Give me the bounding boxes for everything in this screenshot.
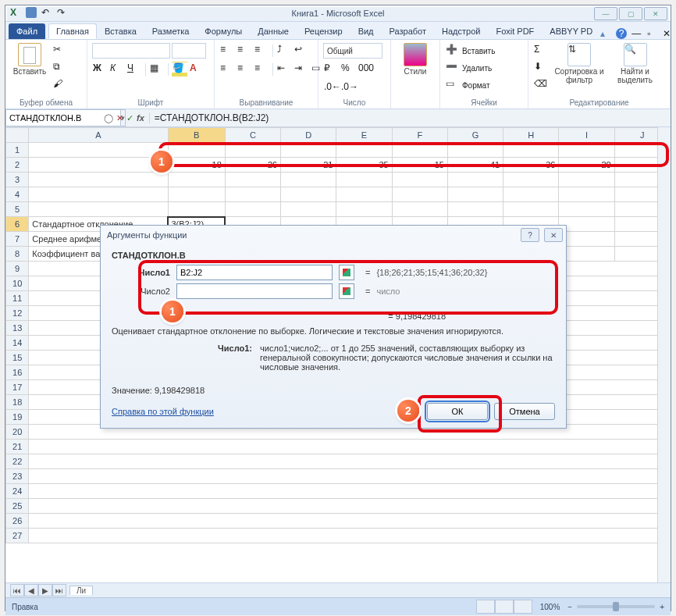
fill-color-icon[interactable]: 🪣 [172,62,187,77]
fill-icon[interactable]: ⬇ [533,60,549,76]
cell-G2[interactable]: 41 [447,158,503,173]
bold-icon[interactable]: Ж [92,62,108,77]
indent-dec-icon[interactable]: ⇤ [276,62,292,77]
tab-file[interactable]: Файл [9,23,45,39]
align-center-icon[interactable]: ≡ [237,62,252,77]
dialog-help-icon[interactable]: ? [521,228,539,242]
arg1-range-select-icon[interactable] [339,265,354,280]
save-icon[interactable] [26,7,37,18]
row-1[interactable]: 1 [6,143,29,158]
tab-developer[interactable]: Разработ [382,23,434,39]
minimize-ribbon-icon[interactable]: ▴ [600,28,611,39]
align-left-icon[interactable]: ≡ [219,62,235,77]
col-E[interactable]: E [336,128,392,143]
cells-format-label[interactable]: Формат [462,81,490,90]
font-family-select[interactable] [92,43,170,59]
sheet-nav-prev-icon[interactable]: ◀ [24,584,38,596]
cells-insert-icon[interactable]: ➕ [445,43,461,59]
indent-inc-icon[interactable]: ⇥ [294,62,309,77]
find-select-button[interactable]: 🔍 Найти и выделить [610,43,660,84]
dialog-help-link[interactable]: Справка по этой функции [112,407,214,416]
help-icon[interactable]: ? [616,28,627,39]
cells-delete-icon[interactable]: ➖ [445,60,461,76]
clear-icon[interactable]: ⌫ [533,77,549,93]
minimize-button[interactable]: — [594,7,617,20]
cancel-formula-icon[interactable]: ✕ [116,113,123,123]
cells-delete-label[interactable]: Удалить [462,64,492,73]
formula-field[interactable]: =СТАНДОТКЛОН.В(B2:J2) [149,112,671,123]
comma-icon[interactable]: 000 [358,62,373,77]
tab-layout[interactable]: Разметка [144,23,197,39]
zoom-out-icon[interactable]: − [567,603,572,611]
cell-H2[interactable]: 36 [503,158,559,173]
align-top-icon[interactable]: ≡ [219,43,235,59]
sort-filter-button[interactable]: ⇅ Сортировка и фильтр [552,43,607,84]
cell-F2[interactable]: 15 [392,158,447,173]
border-icon[interactable]: ▦ [149,62,165,77]
sheet-nav-last-icon[interactable]: ⏭ [52,584,66,596]
sheet-tab-1[interactable]: Ли [69,586,93,595]
redo-icon[interactable]: ↷ [57,7,68,18]
number-format-select[interactable]: Общий [323,43,382,59]
col-A[interactable]: A [29,128,168,143]
sheet-nav-next-icon[interactable]: ▶ [38,584,52,596]
zoom-slider[interactable] [577,605,655,608]
col-C[interactable]: C [225,128,280,143]
align-bot-icon[interactable]: ≡ [254,43,269,59]
styles-button[interactable]: Стили [396,43,435,77]
currency-icon[interactable]: ₽ [323,62,339,77]
orientation-icon[interactable]: ⤴ [276,43,292,59]
align-right-icon[interactable]: ≡ [254,62,269,77]
cancel-button[interactable]: Отмена [494,403,555,420]
view-layout-icon[interactable] [495,600,514,614]
cut-icon[interactable]: ✂ [52,43,68,59]
row-4[interactable]: 4 [6,187,29,202]
arg1-input[interactable] [176,265,333,280]
font-size-select[interactable] [172,43,206,59]
zoom-level[interactable]: 100% [540,603,560,611]
mdi-close-icon[interactable]: ✕ [663,28,674,39]
vertical-scrollbar[interactable] [657,127,671,582]
ok-button[interactable]: ОК [427,403,488,420]
maximize-button[interactable]: ▢ [619,7,642,20]
row-6[interactable]: 6 [6,217,29,232]
selection-icon[interactable]: ◯ [104,113,113,123]
col-D[interactable]: D [281,128,336,143]
cells-format-icon[interactable]: ▭ [445,77,461,93]
tab-review[interactable]: Рецензир [297,23,350,39]
row-3[interactable]: 3 [6,173,29,187]
arg2-range-select-icon[interactable] [339,283,354,299]
enter-formula-icon[interactable]: ✓ [126,113,133,123]
sheet-nav-first-icon[interactable]: ⏮ [10,584,24,596]
tab-home[interactable]: Главная [48,23,97,39]
col-F[interactable]: F [392,128,447,143]
format-painter-icon[interactable]: 🖌 [52,77,68,93]
arg2-input[interactable] [176,283,333,299]
percent-icon[interactable]: % [340,62,356,77]
select-all-cell[interactable] [6,128,29,143]
cell-C2[interactable]: 26 [225,158,280,173]
cell-A2[interactable] [29,158,168,173]
autosum-icon[interactable]: Σ [533,43,549,59]
tab-addins[interactable]: Надстрой [434,23,488,39]
fx-icon[interactable]: fx [137,113,144,123]
row-7[interactable]: 7 [6,232,29,247]
wrap-icon[interactable]: ↩ [294,43,309,59]
col-H[interactable]: H [503,128,559,143]
cell-E2[interactable]: 35 [336,158,392,173]
view-break-icon[interactable] [514,600,532,614]
row-2[interactable]: 2 [6,158,29,173]
dec-dec-icon[interactable]: .0→ [340,80,356,96]
dialog-close-icon[interactable]: ✕ [544,228,563,242]
italic-icon[interactable]: К [109,62,125,77]
row-8[interactable]: 8 [6,247,29,262]
tab-abbyy[interactable]: ABBYY PD [542,23,600,39]
row-5[interactable]: 5 [6,202,29,217]
mdi-restore-icon[interactable]: ▫ [647,28,658,39]
paste-button[interactable]: Вставить [10,43,49,77]
tab-view[interactable]: Вид [350,23,382,39]
cell-D2[interactable]: 21 [281,158,336,173]
col-I[interactable]: I [559,128,614,143]
cells-insert-label[interactable]: Вставить [462,47,495,55]
inc-dec-icon[interactable]: .0← [323,80,339,96]
